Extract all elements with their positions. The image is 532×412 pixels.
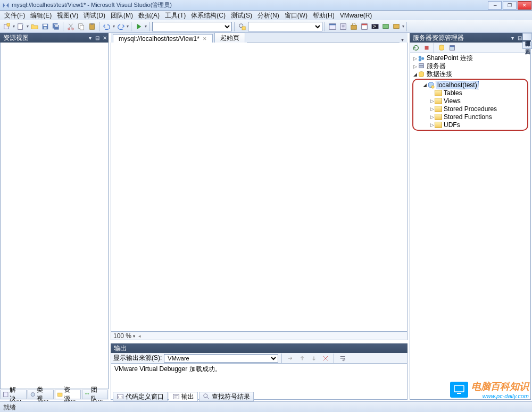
tab-solution-explorer[interactable]: 解决... [1, 390, 27, 399]
command-window-button[interactable]: >_ [370, 22, 380, 31]
open-button[interactable] [30, 22, 39, 31]
tree-sharepoint[interactable]: SharePoint 连接 [410, 54, 530, 62]
sidetab-toolbox[interactable]: 工具箱 [522, 41, 532, 49]
cut-button[interactable] [66, 22, 76, 31]
output-source-combo[interactable]: VMware [164, 354, 278, 363]
svg-rect-1 [7, 23, 10, 26]
undo-button[interactable] [102, 22, 112, 31]
folder-icon [435, 90, 442, 96]
status-text: 就绪 [3, 403, 16, 411]
tab-output[interactable]: 输出 [169, 392, 198, 401]
menu-team[interactable]: 团队(M) [109, 11, 135, 21]
output-clear-button[interactable] [321, 354, 330, 363]
tree-tables[interactable]: Tables [413, 89, 527, 97]
redo-button[interactable] [116, 22, 126, 31]
new-project-button[interactable] [2, 22, 12, 31]
output-title: 输出 [114, 344, 127, 353]
statusbar: 就绪 [0, 401, 532, 412]
panel-pin-icon[interactable]: ⊟ [94, 35, 101, 41]
config-combo[interactable] [152, 22, 232, 31]
menu-analyze[interactable]: 分析(N) [255, 11, 281, 21]
output-next-button[interactable] [309, 354, 319, 363]
svg-point-38 [419, 58, 421, 61]
tab-close-icon[interactable]: ✕ [203, 36, 207, 41]
editor-surface[interactable] [111, 43, 408, 332]
tab-start-page[interactable]: 起始页 [214, 32, 245, 43]
connect-db-button[interactable] [437, 43, 446, 53]
save-all-button[interactable] [51, 22, 61, 31]
menu-view[interactable]: 视图(V) [55, 11, 80, 21]
start-page-button[interactable] [360, 22, 369, 31]
tree-stored-functions[interactable]: Stored Functions [413, 113, 527, 121]
code-icon [117, 393, 124, 400]
copy-button[interactable] [77, 22, 86, 31]
vm-button-1[interactable] [381, 22, 390, 31]
svg-rect-47 [454, 385, 464, 392]
menu-tools[interactable]: 工具(T) [163, 11, 188, 21]
svg-rect-22 [362, 23, 368, 25]
output-goto-button[interactable] [286, 354, 295, 363]
close-button[interactable]: ✕ [518, 1, 531, 10]
svg-rect-16 [242, 27, 245, 30]
vm-button-2[interactable] [392, 22, 401, 31]
menu-debug[interactable]: 调试(D) [81, 11, 107, 21]
svg-rect-48 [457, 393, 461, 394]
find-combo[interactable] [248, 22, 322, 31]
menu-vmware[interactable]: VMware(R) [338, 11, 375, 20]
menu-data[interactable]: 数据(A) [136, 11, 162, 21]
tree-stored-procedures[interactable]: Stored Procedures [413, 105, 527, 113]
paste-button[interactable] [87, 22, 97, 31]
tab-list-icon[interactable]: ▾ [400, 37, 405, 43]
menu-help[interactable]: 帮助(H) [311, 11, 337, 21]
menu-test[interactable]: 测试(S) [229, 11, 254, 21]
menu-window[interactable]: 窗口(W) [282, 11, 310, 21]
add-item-button[interactable] [16, 22, 26, 31]
menu-file[interactable]: 文件(F) [2, 11, 27, 21]
tab-code-definition[interactable]: 代码定义窗口 [113, 392, 168, 401]
tree-servers[interactable]: 服务器 [410, 62, 530, 70]
server-explorer-tree[interactable]: SharePoint 连接 服务器 数据连接 localhost( [410, 53, 530, 132]
output-icon [172, 393, 180, 400]
solution-explorer-button[interactable] [328, 22, 337, 31]
find-in-files-button[interactable] [237, 22, 247, 31]
menu-architecture[interactable]: 体系结构(C) [189, 11, 228, 21]
svg-rect-8 [55, 25, 58, 27]
tree-localhost-test[interactable]: localhost(test) [413, 81, 527, 89]
output-header[interactable]: 输出 [111, 343, 408, 353]
tab-team-explorer[interactable]: 团队... [82, 390, 108, 399]
minimize-button[interactable]: ━ [488, 1, 502, 10]
folder-icon [435, 98, 442, 104]
panel-dropdown-icon[interactable]: ▾ [86, 35, 94, 41]
output-prev-button[interactable] [297, 354, 307, 363]
stop-button[interactable] [422, 43, 431, 53]
svg-point-46 [204, 394, 207, 398]
svg-rect-35 [450, 45, 455, 47]
save-button[interactable] [40, 22, 50, 31]
tab-view1[interactable]: mysql://localhost/test/View1*✕ [113, 34, 213, 43]
collapsed-side-tabs: 服务器资源管理器 工具箱 [522, 33, 532, 50]
zoom-value[interactable]: 100 % [113, 332, 131, 340]
panel-dropdown-icon[interactable]: ▾ [509, 35, 516, 41]
tree-udfs[interactable]: UDFs [413, 121, 527, 129]
folder-icon [435, 106, 442, 112]
server-explorer-header[interactable]: 服务器资源管理器 ▾ ⊟ ✕ [410, 33, 531, 43]
tree-data-connections[interactable]: 数据连接 [410, 70, 530, 78]
toolbox-button[interactable] [349, 22, 359, 31]
start-debug-button[interactable] [134, 22, 144, 31]
maximize-button[interactable]: ❐ [503, 1, 517, 10]
tab-class-view[interactable]: 类视... [28, 390, 54, 399]
connect-server-button[interactable] [447, 43, 457, 53]
resource-view-header[interactable]: 资源视图 ▾ ⊟ ✕ [0, 33, 109, 43]
tab-resource-view[interactable]: 资源... [55, 390, 81, 399]
panel-close-icon[interactable]: ✕ [101, 35, 109, 41]
menu-edit[interactable]: 编辑(E) [28, 11, 54, 21]
menubar: 文件(F) 编辑(E) 视图(V) 调试(D) 团队(M) 数据(A) 工具(T… [0, 11, 532, 20]
sidetab-server-explorer[interactable]: 服务器资源管理器 [522, 33, 532, 40]
output-wrap-button[interactable] [338, 354, 347, 363]
watermark-badge-icon [450, 382, 468, 398]
tree-views[interactable]: Views [413, 97, 527, 105]
tab-find-symbol[interactable]: 查找符号结果 [199, 392, 254, 401]
refresh-button[interactable] [411, 43, 421, 53]
window-title: mysql://localhost/test/View1* - Microsof… [12, 1, 487, 9]
properties-button[interactable] [338, 22, 348, 31]
